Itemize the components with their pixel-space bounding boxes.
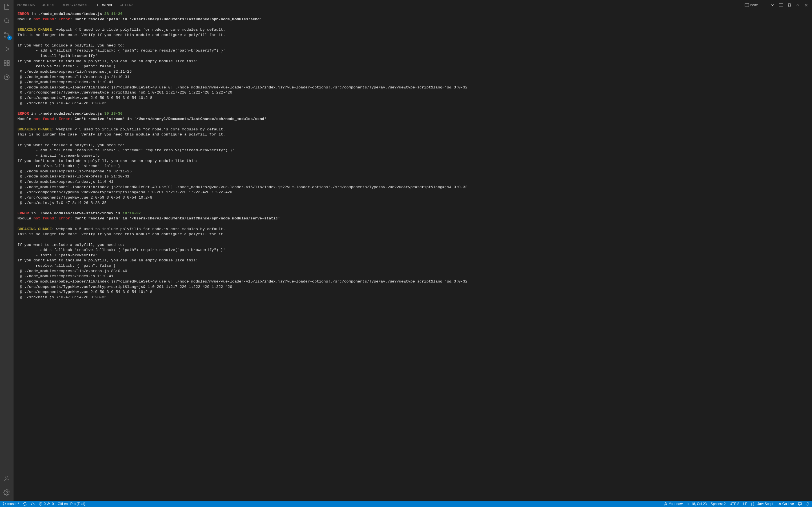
blame-text: You, now [669,502,682,506]
tab-gitlens[interactable]: GITLENS [119,1,133,9]
accounts-icon[interactable] [0,474,13,483]
svg-point-2 [4,36,6,38]
run-debug-icon[interactable] [0,45,13,54]
kill-terminal-icon[interactable] [787,3,792,7]
terminal-shell-label[interactable]: node [745,3,758,7]
status-cloud-icon[interactable] [31,502,35,506]
settings-gear-icon[interactable] [0,488,13,497]
svg-point-19 [779,503,780,504]
close-panel-icon[interactable] [804,3,809,7]
shell-name: node [750,3,758,7]
search-icon[interactable] [0,16,13,25]
status-problems[interactable]: 0 0 [39,502,54,506]
new-terminal-icon[interactable] [762,3,766,7]
language-text: JavaScript [758,502,773,506]
tab-problems[interactable]: PROBLEMS [17,1,35,9]
svg-point-9 [6,76,8,78]
svg-point-1 [4,33,6,34]
status-branch[interactable]: master* [2,502,19,506]
maximize-panel-icon[interactable] [796,3,800,7]
svg-rect-4 [4,61,6,62]
gitlens-icon[interactable] [0,73,13,82]
status-feedback-icon[interactable] [798,502,802,506]
tab-debug-console[interactable]: DEBUG CONSOLE [62,1,90,9]
svg-point-11 [6,492,8,493]
svg-point-0 [4,18,8,22]
extensions-icon[interactable] [0,59,13,68]
status-eol[interactable]: LF [743,502,747,506]
terminal-output[interactable]: ERROR in ./node_modules/send/index.js 28… [13,10,812,501]
svg-rect-12 [745,3,749,7]
warning-count: 0 [52,502,54,506]
status-encoding[interactable]: UTF-8 [730,502,739,506]
status-language[interactable]: { } JavaScript [751,502,773,506]
panel-tabs: PROBLEMS OUTPUT DEBUG CONSOLE TERMINAL G… [13,0,812,10]
status-gitlens[interactable]: GitLens Pro (Trial) [58,502,86,506]
svg-point-14 [3,503,4,503]
status-bar: master* 0 0 GitLens Pro (Trial) You, now… [0,501,812,507]
status-spaces[interactable]: Spaces: 2 [711,502,726,506]
branch-name: master* [7,502,19,506]
tab-output[interactable]: OUTPUT [42,1,55,9]
svg-point-8 [4,75,9,80]
svg-rect-7 [7,61,9,62]
terminal-dropdown-icon[interactable] [770,3,775,7]
error-count: 0 [44,502,46,506]
scm-badge: 4 [7,36,12,40]
svg-point-18 [665,503,666,504]
status-golive[interactable]: Go Live [777,502,794,506]
split-terminal-icon[interactable] [779,3,783,7]
activity-bar: 4 [0,0,13,501]
svg-rect-6 [7,64,9,66]
svg-point-15 [3,504,4,505]
source-control-icon[interactable]: 4 [0,31,13,40]
svg-point-10 [6,476,8,478]
golive-text: Go Live [782,502,794,506]
status-sync-icon[interactable] [23,502,27,506]
svg-rect-5 [4,64,6,66]
tab-terminal[interactable]: TERMINAL [96,1,113,9]
status-bell-icon[interactable] [806,502,810,506]
explorer-icon[interactable] [0,2,13,11]
status-lncol[interactable]: Ln 18, Col 23 [687,502,707,506]
status-blame[interactable]: You, now [664,502,682,506]
